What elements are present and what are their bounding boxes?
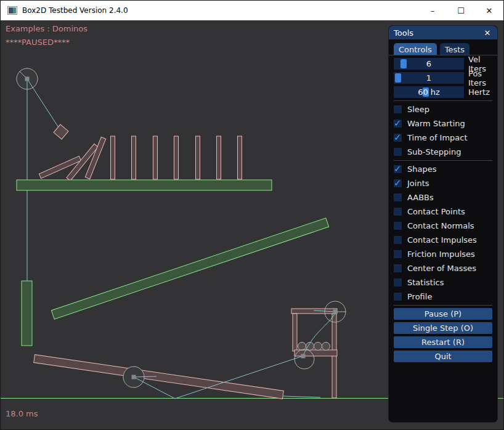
check-icon: ✓ [394, 177, 402, 189]
maximize-button[interactable]: ☐ [447, 1, 475, 20]
button-pause-p[interactable]: Pause (P) [394, 308, 492, 320]
check-icon: ✓ [394, 118, 402, 129]
frame-left-leg[interactable] [293, 314, 297, 351]
checkbox-box[interactable] [394, 293, 402, 301]
ball[interactable] [322, 343, 330, 351]
application-window: Box2D Testbed Version 2.4.0 – ☐ ✕ [0, 0, 504, 430]
domino-standing[interactable] [111, 136, 115, 179]
panel-close-icon[interactable]: ✕ [482, 28, 492, 38]
ball[interactable] [314, 343, 322, 351]
frame-shelf[interactable] [295, 350, 337, 356]
separator [394, 305, 492, 306]
slider-track-hertz[interactable]: 60 hz [394, 86, 464, 98]
checkbox-label: Contact Impulses [407, 235, 477, 245]
checkbox-box[interactable]: ✓ [394, 120, 402, 128]
slider-track-pos-iters[interactable]: 1 [394, 72, 464, 84]
checkbox-time-of-impact[interactable]: ✓Time of Impact [394, 132, 492, 144]
checkbox-label: Sub-Stepping [407, 147, 461, 156]
checkbox-label: Profile [407, 292, 432, 301]
checkbox-box[interactable] [394, 193, 402, 201]
checkbox-box[interactable] [394, 208, 402, 216]
checkbox-center-of-masses[interactable]: Center of Masses [394, 262, 492, 274]
checkbox-box[interactable] [394, 222, 402, 230]
checkbox-group-0: Sleep✓Warm Starting✓Time of ImpactSub-St… [394, 103, 492, 158]
checkbox-box[interactable] [394, 148, 402, 156]
checkbox-joints[interactable]: ✓Joints [394, 177, 492, 189]
checkbox-aabbs[interactable]: AABBs [394, 192, 492, 203]
joint-anchor [25, 77, 30, 81]
tab-controls[interactable]: Controls [394, 43, 437, 55]
os-titlebar: Box2D Testbed Version 2.4.0 – ☐ ✕ [1, 1, 503, 20]
minimize-button[interactable]: – [418, 1, 447, 20]
checkbox-contact-impulses[interactable]: Contact Impulses [394, 234, 492, 246]
close-button[interactable]: ✕ [475, 1, 503, 20]
window-title: Box2D Testbed Version 2.4.0 [22, 6, 418, 15]
domino-standing[interactable] [132, 136, 136, 179]
checkbox-contact-normals[interactable]: Contact Normals [394, 220, 492, 232]
paused-label: ****PAUSED**** [6, 38, 70, 47]
checkbox-label: AABBs [407, 193, 434, 202]
tab-bar: ControlsTests [394, 43, 492, 55]
app-icon [7, 6, 17, 15]
checkbox-label: Sleep [407, 105, 429, 114]
checkbox-box[interactable] [394, 105, 402, 113]
slider-value: 60 hz [394, 86, 464, 98]
button-single-step-o[interactable]: Single Step (O) [394, 322, 492, 334]
pendulum-box-body[interactable] [54, 124, 68, 139]
tab-tests[interactable]: Tests [440, 43, 469, 55]
frame-structure[interactable] [291, 309, 337, 398]
tools-panel-titlebar[interactable]: Tools ✕ [389, 26, 497, 39]
checkbox-group-1: ✓Shapes✓JointsAABBsContact PointsContact… [394, 163, 492, 302]
checkbox-label: Statistics [407, 278, 444, 287]
domino-standing[interactable] [238, 136, 242, 179]
slider-group: 6Vel Iters1Pos Iters60 hzHertz [394, 58, 492, 98]
example-label: Examples : Dominos [6, 24, 87, 33]
checkbox-statistics[interactable]: Statistics [394, 277, 492, 288]
checkbox-box[interactable]: ✓ [394, 179, 402, 187]
pendulum-joint-line [27, 79, 61, 131]
dominos[interactable] [39, 136, 242, 181]
slider-vel-iters: 6Vel Iters [394, 58, 492, 70]
domino-standing[interactable] [196, 136, 200, 179]
slider-track-vel-iters[interactable]: 6 [394, 58, 464, 70]
joint-anchor [333, 310, 338, 314]
check-icon: ✓ [394, 132, 402, 143]
checkbox-contact-points[interactable]: Contact Points [394, 206, 492, 217]
checkbox-sleep[interactable]: Sleep [394, 103, 492, 115]
domino-standing[interactable] [217, 136, 221, 179]
check-icon: ✓ [394, 163, 402, 174]
cradle-balls[interactable] [298, 343, 330, 351]
checkbox-box[interactable]: ✓ [394, 134, 402, 142]
domino-standing[interactable] [153, 136, 158, 179]
checkbox-label: Joints [407, 179, 429, 188]
button-group: Pause (P)Single Step (O)Restart (R)Quit [394, 308, 492, 362]
checkbox-box[interactable] [394, 278, 402, 286]
slider-value: 1 [394, 72, 464, 84]
long-ramp-platform [51, 218, 328, 319]
checkbox-box[interactable] [394, 250, 402, 258]
checkbox-label: Friction Impulses [407, 249, 475, 259]
joint-anchor [301, 354, 306, 359]
physics-canvas[interactable]: Examples : Dominos ****PAUSED**** 18.0 m… [1, 20, 504, 430]
checkbox-label: Contact Normals [407, 221, 474, 230]
separator [394, 100, 492, 101]
checkbox-sub-stepping[interactable]: Sub-Stepping [394, 146, 492, 158]
checkbox-warm-starting[interactable]: ✓Warm Starting [394, 118, 492, 129]
frame-time-label: 18.0 ms [6, 409, 38, 418]
slider-value: 6 [394, 58, 464, 70]
button-quit[interactable]: Quit [394, 351, 492, 362]
domino-standing[interactable] [174, 136, 179, 179]
checkbox-label: Center of Masses [407, 264, 476, 273]
checkbox-label: Contact Points [407, 207, 465, 216]
checkbox-shapes[interactable]: ✓Shapes [394, 163, 492, 175]
checkbox-profile[interactable]: Profile [394, 291, 492, 302]
checkbox-friction-impulses[interactable]: Friction Impulses [394, 248, 492, 260]
checkbox-box[interactable]: ✓ [394, 165, 402, 173]
button-restart-r[interactable]: Restart (R) [394, 336, 492, 348]
checkbox-box[interactable] [394, 236, 402, 244]
frame-top-bar[interactable] [291, 309, 337, 314]
slider-hertz: 60 hzHertz [394, 86, 492, 98]
seesaw-plank-body[interactable] [34, 355, 284, 399]
checkbox-box[interactable] [394, 264, 402, 272]
vertical-green-block [22, 281, 32, 346]
